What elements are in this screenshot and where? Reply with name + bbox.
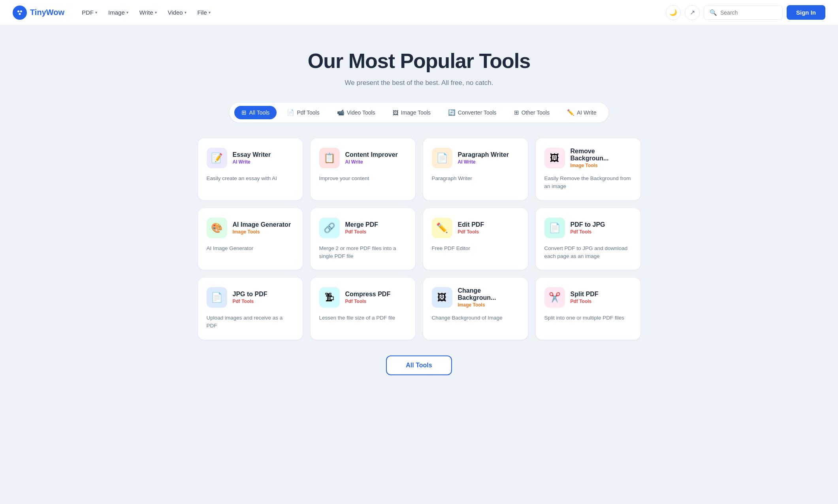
tool-icon: 🔗 [319, 218, 340, 238]
nav-right: 🌙 ↗ 🔍 Sign In [666, 5, 825, 20]
tool-icon: 🖼 [432, 287, 452, 308]
tab-converter-tools[interactable]: 🔄 Converter Tools [441, 106, 504, 119]
tool-title: PDF to JPG [571, 221, 605, 228]
card-header: 📋 Content Improver AI Write [319, 148, 407, 168]
tool-icon: 📄 [207, 287, 227, 308]
svg-point-0 [17, 10, 19, 12]
tool-category: Image Tools [458, 302, 519, 308]
tool-card[interactable]: 🎨 AI Image Generator Image Tools AI Imag… [198, 208, 303, 270]
tab-all-tools[interactable]: ⊞ All Tools [234, 106, 277, 119]
svg-point-2 [19, 13, 21, 15]
tool-category: AI Write [345, 159, 398, 165]
tool-description: Upload images and receive as a PDF [207, 314, 294, 330]
tool-description: Improve your content [319, 175, 407, 182]
tool-icon: 📄 [432, 148, 452, 168]
tab-ai-write[interactable]: ✏️ AI Write [560, 106, 604, 119]
tool-description: Paragraph Writer [432, 175, 519, 182]
tool-card[interactable]: ✂️ Split PDF Pdf Tools Split into one or… [536, 278, 640, 340]
tool-card[interactable]: 📄 Paragraph Writer AI Write Paragraph Wr… [423, 138, 528, 200]
tool-title: Compress PDF [345, 291, 391, 298]
tool-description: Free PDF Editor [432, 244, 519, 252]
all-tools-wrap: All Tools [198, 355, 640, 375]
tool-icon: ✏️ [432, 218, 452, 238]
logo[interactable]: TinyWow [13, 6, 64, 20]
tool-card[interactable]: 📋 Content Improver AI Write Improve your… [311, 138, 415, 200]
tool-description: Split into one or multiple PDF files [544, 314, 632, 322]
video-tools-icon: 📹 [337, 109, 345, 116]
search-bar[interactable]: 🔍 [704, 6, 783, 20]
card-header: 🎨 AI Image Generator Image Tools [207, 218, 294, 238]
tab-image-tools[interactable]: 🖼 Image Tools [386, 106, 438, 119]
nav-links: PDF ▾ Image ▾ Write ▾ Video ▾ File ▾ [77, 6, 666, 19]
nav-video[interactable]: Video ▾ [163, 6, 191, 19]
converter-tools-icon: 🔄 [448, 109, 456, 116]
card-header: 🖼 Remove Backgroun... Image Tools [544, 148, 632, 168]
card-header: 📄 Paragraph Writer AI Write [432, 148, 519, 168]
card-header: ✏️ Edit PDF Pdf Tools [432, 218, 519, 238]
search-input[interactable] [720, 9, 777, 16]
tool-description: Lessen the file size of a PDF file [319, 314, 407, 322]
card-meta: Paragraph Writer AI Write [458, 151, 509, 165]
tool-category: Pdf Tools [571, 299, 599, 304]
navbar: TinyWow PDF ▾ Image ▾ Write ▾ Video ▾ Fi… [0, 0, 838, 25]
tool-category: Pdf Tools [458, 229, 484, 235]
tool-description: Convert PDF to JPG and download each pag… [544, 244, 632, 261]
tool-card[interactable]: 🖼 Change Backgroun... Image Tools Change… [423, 278, 528, 340]
tool-icon: 📋 [319, 148, 340, 168]
card-header: 📄 PDF to JPG Pdf Tools [544, 218, 632, 238]
all-tools-icon: ⊞ [241, 109, 247, 116]
tool-card[interactable]: 🖼 Remove Backgroun... Image Tools Easily… [536, 138, 640, 200]
card-meta: Compress PDF Pdf Tools [345, 291, 391, 304]
tool-description: Easily create an essay with AI [207, 175, 294, 182]
tool-category: Image Tools [571, 163, 632, 168]
card-header: 📄 JPG to PDF Pdf Tools [207, 287, 294, 308]
filter-bar: ⊞ All Tools 📄 Pdf Tools 📹 Video Tools 🖼 … [230, 103, 608, 122]
tool-card[interactable]: 📄 PDF to JPG Pdf Tools Convert PDF to JP… [536, 208, 640, 270]
nav-pdf[interactable]: PDF ▾ [77, 6, 102, 19]
ai-write-icon: ✏️ [567, 109, 574, 116]
card-header: 🖼 Change Backgroun... Image Tools [432, 287, 519, 308]
page-title: Our Most Popular Tools [198, 49, 640, 73]
tool-title: JPG to PDF [233, 291, 267, 298]
card-meta: Essay Writer AI Write [233, 151, 271, 165]
card-meta: AI Image Generator Image Tools [233, 221, 291, 235]
nav-write[interactable]: Write ▾ [135, 6, 162, 19]
card-meta: Content Improver AI Write [345, 151, 398, 165]
tool-card[interactable]: ✏️ Edit PDF Pdf Tools Free PDF Editor [423, 208, 528, 270]
signin-button[interactable]: Sign In [787, 5, 825, 20]
card-header: 📝 Essay Writer AI Write [207, 148, 294, 168]
tool-title: Content Improver [345, 151, 398, 158]
tool-card[interactable]: 📄 JPG to PDF Pdf Tools Upload images and… [198, 278, 303, 340]
card-meta: Change Backgroun... Image Tools [458, 287, 519, 308]
nav-image[interactable]: Image ▾ [104, 6, 133, 19]
card-meta: Remove Backgroun... Image Tools [571, 148, 632, 168]
logo-icon [13, 6, 27, 20]
tool-title: Edit PDF [458, 221, 484, 228]
all-tools-button[interactable]: All Tools [386, 355, 452, 375]
pdf-tools-icon: 📄 [287, 109, 294, 116]
tool-category: Pdf Tools [345, 229, 379, 235]
tool-title: Split PDF [571, 291, 599, 298]
tool-title: Change Backgroun... [458, 287, 519, 301]
tool-card[interactable]: 📝 Essay Writer AI Write Easily create an… [198, 138, 303, 200]
card-header: 🗜 Compress PDF Pdf Tools [319, 287, 407, 308]
card-meta: JPG to PDF Pdf Tools [233, 291, 267, 304]
tool-category: Image Tools [233, 229, 291, 235]
card-meta: Merge PDF Pdf Tools [345, 221, 379, 235]
tab-pdf-tools[interactable]: 📄 Pdf Tools [280, 106, 326, 119]
tool-category: AI Write [458, 159, 509, 165]
tool-card[interactable]: 🔗 Merge PDF Pdf Tools Merge 2 or more PD… [311, 208, 415, 270]
nav-file[interactable]: File ▾ [193, 6, 215, 19]
tool-description: Merge 2 or more PDF files into a single … [319, 244, 407, 261]
dark-mode-button[interactable]: 🌙 [666, 5, 681, 20]
tab-other-tools[interactable]: ⊞ Other Tools [507, 106, 557, 119]
share-button[interactable]: ↗ [685, 5, 700, 20]
tools-grid: 📝 Essay Writer AI Write Easily create an… [198, 138, 640, 340]
tool-category: AI Write [233, 159, 271, 165]
card-header: 🔗 Merge PDF Pdf Tools [319, 218, 407, 238]
page-subtitle: We present the best of the best. All fre… [198, 79, 640, 87]
tool-card[interactable]: 🗜 Compress PDF Pdf Tools Lessen the file… [311, 278, 415, 340]
tab-video-tools[interactable]: 📹 Video Tools [330, 106, 382, 119]
card-meta: Split PDF Pdf Tools [571, 291, 599, 304]
tool-description: Easily Remove the Background from an ima… [544, 175, 632, 191]
